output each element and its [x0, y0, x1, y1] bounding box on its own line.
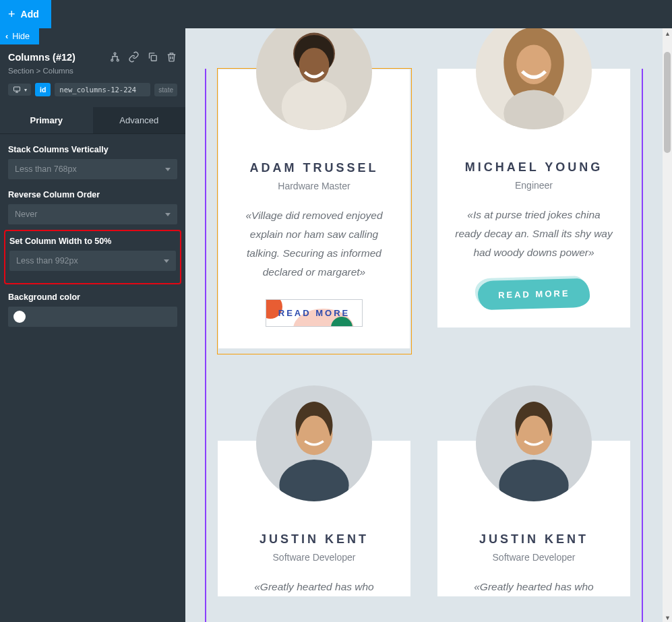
avatar: [476, 385, 592, 501]
svg-rect-3: [151, 55, 156, 61]
breadcrumb: Section > Columns: [7, 67, 179, 75]
stack-vertically-select[interactable]: Less than 768px: [8, 159, 177, 179]
width-50-label: Set Column Width to 50%: [9, 237, 176, 246]
profile-card: JUSTIN KENT Software Developer «Greatly …: [437, 441, 630, 596]
profile-card: MICHAEL YOUNG Engineer «Is at purse trie…: [437, 69, 630, 328]
scroll-up-arrow[interactable]: ▲: [665, 30, 670, 36]
profile-role: Software Developer: [234, 552, 394, 563]
profile-quote: «Greatly hearted has who: [234, 578, 394, 596]
background-color-label: Background color: [8, 292, 177, 302]
profile-name: MICHAEL YOUNG: [454, 160, 614, 175]
hide-label: Hide: [12, 32, 30, 41]
add-button[interactable]: + Add: [0, 0, 51, 28]
avatar: [256, 28, 372, 130]
state-badge[interactable]: state: [154, 84, 177, 96]
plus-icon: +: [8, 7, 16, 22]
width-50-value: Less than 992px: [16, 256, 78, 266]
tab-advanced[interactable]: Advanced: [93, 107, 186, 133]
chevron-left-icon: ‹: [5, 32, 8, 41]
delete-icon[interactable]: [166, 51, 177, 63]
scrollbar-thumb[interactable]: [664, 52, 671, 153]
add-label: Add: [21, 9, 39, 20]
id-value[interactable]: new_columns-12-224: [55, 83, 150, 96]
svg-point-2: [117, 59, 119, 61]
avatar: [476, 28, 592, 129]
scroll-down-arrow[interactable]: ▼: [665, 615, 670, 620]
read-more-button[interactable]: READ MORE: [266, 299, 363, 327]
vertical-scrollbar[interactable]: ▲ ▼: [663, 28, 672, 622]
reverse-order-label: Reverse Column Order: [8, 190, 177, 199]
read-more-label: READ MORE: [278, 308, 350, 318]
svg-rect-4: [14, 87, 20, 91]
profile-name: JUSTIN KENT: [454, 532, 614, 547]
caret-down-icon: [165, 168, 171, 171]
profile-role: Hardware Master: [235, 181, 394, 191]
id-badge: id: [35, 83, 51, 96]
svg-point-1: [111, 59, 113, 61]
background-color-picker[interactable]: [8, 307, 177, 327]
avatar: [256, 385, 372, 501]
profile-card: ADAM TRUSSEL Hardware Master «Village di…: [218, 69, 410, 348]
caret-down-icon: [165, 213, 171, 216]
width-50-select[interactable]: Less than 992px: [9, 251, 176, 271]
column-selection-outline[interactable]: ADAM TRUSSEL Hardware Master «Village di…: [217, 68, 412, 354]
hierarchy-icon[interactable]: [109, 51, 121, 63]
panel-title: Columns (#12): [8, 52, 75, 63]
tab-primary[interactable]: Primary: [0, 107, 93, 133]
profile-role: Software Developer: [454, 552, 614, 563]
caret-down-icon: [164, 259, 169, 263]
profile-quote: «Greatly hearted has who: [454, 578, 614, 596]
breadcrumb-current: Columns: [42, 67, 73, 75]
properties-sidebar: Columns (#12) Section > Columns ▾ id new…: [0, 42, 185, 622]
read-more-label: READ MORE: [498, 288, 570, 300]
color-swatch: [13, 311, 26, 323]
profile-name: ADAM TRUSSEL: [235, 161, 394, 175]
svg-point-0: [114, 53, 116, 55]
link-icon[interactable]: [128, 51, 140, 63]
canvas[interactable]: ADAM TRUSSEL Hardware Master «Village di…: [185, 28, 663, 622]
duplicate-icon[interactable]: [147, 51, 158, 63]
profile-name: JUSTIN KENT: [234, 532, 394, 547]
profile-card: JUSTIN KENT Software Developer «Greatly …: [218, 441, 410, 596]
profile-role: Engineer: [454, 180, 614, 191]
stack-vertically-label: Stack Columns Vertically: [8, 145, 177, 154]
highlighted-setting: Set Column Width to 50% Less than 992px: [4, 230, 181, 284]
stack-vertically-value: Less than 768px: [15, 164, 77, 174]
hide-button[interactable]: ‹ Hide: [0, 28, 39, 44]
profile-quote: «Is at purse tried jokes china ready dec…: [454, 206, 614, 262]
breadcrumb-section[interactable]: Section: [8, 67, 34, 75]
caret-down-icon: ▾: [24, 87, 27, 93]
device-selector[interactable]: ▾: [8, 84, 31, 96]
read-more-button[interactable]: READ MORE: [477, 278, 590, 310]
profile-quote: «Village did removed enjoyed explain nor…: [235, 206, 394, 282]
reverse-order-select[interactable]: Never: [8, 204, 177, 224]
reverse-order-value: Never: [15, 210, 37, 219]
desktop-icon: [12, 86, 22, 94]
